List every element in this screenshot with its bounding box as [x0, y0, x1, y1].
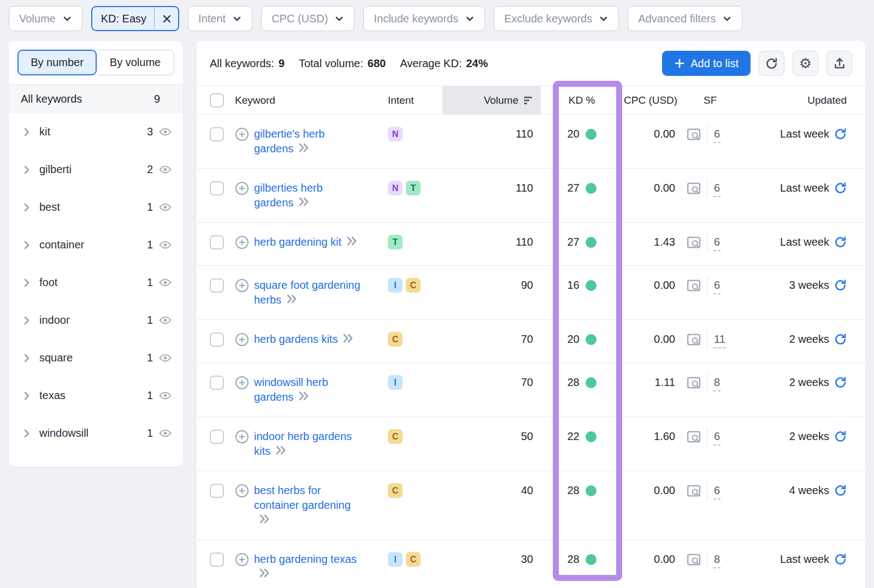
sf-count-link[interactable]: 6 [713, 181, 721, 197]
row-checkbox[interactable] [210, 235, 224, 250]
add-keyword-icon[interactable] [235, 484, 249, 527]
group-item-best[interactable]: best 1 [9, 188, 183, 226]
keyword-link[interactable]: gilbertie's herb gardens [254, 128, 324, 155]
row-checkbox[interactable] [210, 127, 224, 141]
refresh-metrics-icon[interactable] [834, 484, 847, 497]
double-chevron-right-icon[interactable] [298, 142, 309, 153]
close-icon[interactable] [162, 14, 172, 23]
column-header-sf[interactable]: SF [683, 86, 740, 114]
add-keyword-icon[interactable] [235, 376, 249, 405]
group-item-gilberti[interactable]: gilberti 2 [9, 151, 183, 188]
sf-count-link[interactable]: 11 [713, 332, 726, 348]
double-chevron-right-icon[interactable] [298, 197, 309, 207]
group-item-indoor[interactable]: indoor 1 [9, 301, 183, 339]
refresh-metrics-icon[interactable] [834, 279, 847, 292]
row-checkbox[interactable] [210, 376, 224, 390]
select-all-checkbox[interactable] [210, 93, 224, 108]
double-chevron-right-icon[interactable] [298, 391, 309, 401]
chevron-right-icon[interactable] [22, 240, 33, 251]
refresh-metrics-icon[interactable] [834, 182, 847, 194]
add-keyword-icon[interactable] [235, 235, 249, 250]
eye-icon[interactable] [158, 314, 172, 326]
row-checkbox[interactable] [210, 484, 224, 498]
refresh-metrics-icon[interactable] [834, 128, 847, 140]
double-chevron-right-icon[interactable] [286, 294, 297, 304]
serp-preview-icon[interactable] [686, 181, 701, 195]
add-keyword-icon[interactable] [235, 553, 249, 581]
keyword-link[interactable]: herb gardens kits [254, 333, 338, 345]
refresh-metrics-icon[interactable] [834, 333, 847, 346]
column-header-kd[interactable]: KD % [541, 86, 623, 114]
column-header-keyword[interactable]: Keyword [235, 86, 388, 114]
sf-count-link[interactable]: 6 [713, 235, 721, 251]
eye-icon[interactable] [158, 427, 172, 439]
refresh-metrics-icon[interactable] [834, 430, 847, 443]
chevron-right-icon[interactable] [22, 390, 33, 401]
refresh-button[interactable] [759, 51, 784, 76]
double-chevron-right-icon[interactable] [259, 568, 270, 578]
serp-preview-icon[interactable] [686, 553, 701, 566]
eye-icon[interactable] [158, 163, 172, 176]
keyword-link[interactable]: square foot gardening herbs [254, 279, 361, 306]
add-keyword-icon[interactable] [235, 278, 249, 307]
chevron-right-icon[interactable] [22, 164, 33, 175]
all-keywords-row[interactable]: All keywords 9 [9, 84, 183, 113]
filter-include-keywords[interactable]: Include keywords [363, 6, 485, 31]
group-item-foot[interactable]: foot 1 [9, 264, 183, 301]
chevron-right-icon[interactable] [22, 277, 33, 288]
group-item-texas[interactable]: texas 1 [9, 377, 183, 414]
double-chevron-right-icon[interactable] [259, 514, 270, 524]
filter-exclude-keywords[interactable]: Exclude keywords [494, 6, 619, 31]
serp-preview-icon[interactable] [686, 278, 701, 292]
row-checkbox[interactable] [210, 430, 224, 444]
row-checkbox[interactable] [210, 181, 224, 195]
add-keyword-icon[interactable] [235, 332, 249, 347]
tab-by-number[interactable]: By number [17, 50, 97, 75]
serp-preview-icon[interactable] [686, 430, 701, 443]
eye-icon[interactable] [158, 352, 172, 364]
group-item-kit[interactable]: kit 3 [9, 113, 183, 151]
filter-cpc[interactable]: CPC (USD) [261, 6, 355, 31]
filter-intent[interactable]: Intent [188, 6, 252, 31]
refresh-metrics-icon[interactable] [834, 236, 847, 248]
double-chevron-right-icon[interactable] [346, 236, 357, 246]
settings-button[interactable]: ⚙ [793, 51, 818, 76]
chevron-right-icon[interactable] [22, 127, 33, 138]
column-header-intent[interactable]: Intent [388, 86, 442, 114]
add-keyword-icon[interactable] [235, 430, 249, 459]
column-header-cpc[interactable]: CPC (USD) [623, 86, 683, 114]
group-item-windowsill[interactable]: windowsill 1 [9, 414, 183, 452]
group-item-square[interactable]: square 1 [9, 339, 183, 377]
sf-count-link[interactable]: 8 [713, 552, 721, 568]
serp-preview-icon[interactable] [686, 127, 701, 141]
refresh-metrics-icon[interactable] [834, 376, 847, 389]
serp-preview-icon[interactable] [686, 484, 701, 497]
export-button[interactable] [826, 51, 852, 76]
chevron-right-icon[interactable] [22, 202, 33, 213]
row-checkbox[interactable] [210, 553, 224, 567]
serp-preview-icon[interactable] [686, 332, 701, 346]
refresh-metrics-icon[interactable] [834, 553, 847, 566]
keyword-link[interactable]: best herbs for container gardening [254, 484, 351, 511]
keyword-link[interactable]: gilberties herb gardens [254, 182, 323, 209]
add-keyword-icon[interactable] [235, 127, 249, 156]
column-header-updated[interactable]: Updated [740, 86, 852, 114]
eye-icon[interactable] [158, 201, 172, 213]
eye-icon[interactable] [158, 126, 172, 138]
eye-icon[interactable] [158, 389, 172, 402]
sf-count-link[interactable]: 6 [713, 127, 721, 143]
filter-kd-active[interactable]: KD: Easy [91, 6, 179, 31]
add-keyword-icon[interactable] [235, 181, 249, 210]
group-item-container[interactable]: container 1 [9, 226, 183, 264]
filter-advanced[interactable]: Advanced filters [628, 6, 742, 31]
tab-by-volume[interactable]: By volume [97, 50, 174, 75]
column-header-volume[interactable]: Volume [442, 86, 541, 114]
keyword-link[interactable]: indoor herb gardens kits [254, 430, 352, 457]
sf-count-link[interactable]: 8 [713, 375, 721, 391]
eye-icon[interactable] [158, 239, 172, 251]
serp-preview-icon[interactable] [686, 235, 701, 249]
sf-count-link[interactable]: 6 [713, 483, 721, 500]
serp-preview-icon[interactable] [686, 376, 701, 389]
add-to-list-button[interactable]: Add to list [662, 51, 751, 76]
sf-count-link[interactable]: 6 [713, 429, 721, 446]
